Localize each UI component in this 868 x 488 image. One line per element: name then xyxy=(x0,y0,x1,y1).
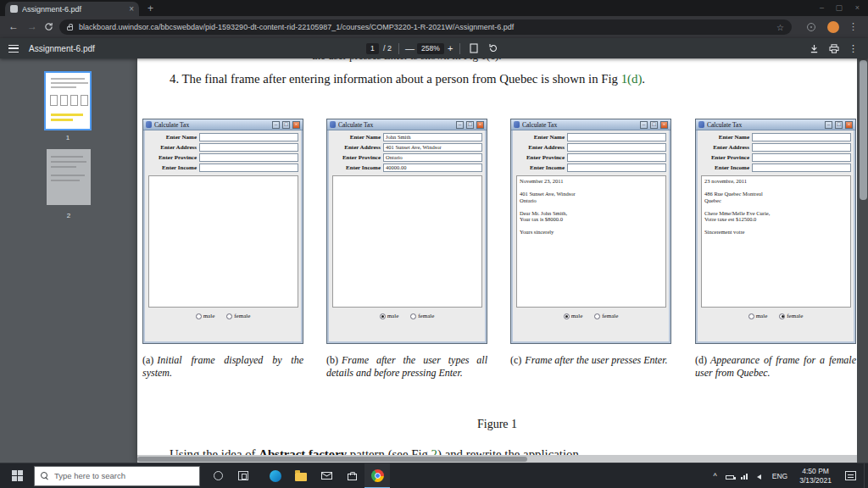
thumbnail-page-2[interactable] xyxy=(47,149,91,205)
province-input[interactable] xyxy=(752,153,851,162)
female-radio[interactable]: female xyxy=(410,313,434,319)
province-input[interactable]: Ontario xyxy=(383,153,482,162)
taskbar-clock[interactable]: 4:50 PM 3/13/2021 xyxy=(793,467,837,485)
extensions-icon[interactable] xyxy=(807,23,815,31)
address-input[interactable] xyxy=(199,143,298,152)
male-radio-circle xyxy=(748,313,754,319)
tab-close-icon[interactable]: × xyxy=(129,5,134,14)
income-input[interactable]: 40000.00 xyxy=(383,164,482,172)
male-radio[interactable]: male xyxy=(380,313,399,319)
page-number-input[interactable]: 1 xyxy=(366,38,379,58)
pdf-menu-icon[interactable] xyxy=(8,38,19,58)
fit-page-icon[interactable] xyxy=(470,38,478,58)
window-title-bar[interactable]: Calculate Tax – □ × xyxy=(327,119,487,130)
name-input[interactable] xyxy=(567,133,666,141)
province-input[interactable] xyxy=(567,153,666,162)
name-label: Enter Name xyxy=(696,134,752,141)
name-input[interactable] xyxy=(752,133,851,141)
maximize-icon[interactable]: □ xyxy=(466,121,474,129)
volume-button[interactable] xyxy=(752,463,766,488)
back-icon[interactable]: ← xyxy=(8,21,19,32)
maximize-icon[interactable]: □ xyxy=(650,121,658,129)
male-radio[interactable]: male xyxy=(196,313,215,319)
maximize-icon[interactable]: □ xyxy=(282,121,290,129)
horizontal-scrollbar-thumb[interactable] xyxy=(137,457,527,462)
url-text[interactable]: blackboard.uwindsor.ca/bbcswebdav/pid-15… xyxy=(79,23,771,31)
window-close-button[interactable]: × xyxy=(855,3,860,12)
edge-button[interactable] xyxy=(263,463,288,488)
address-input[interactable] xyxy=(567,143,666,152)
vertical-scrollbar[interactable] xyxy=(858,58,868,463)
battery-button[interactable] xyxy=(723,463,737,488)
minimize-icon[interactable]: – xyxy=(825,121,832,129)
letter-output[interactable]: November 23, 2011 401 Sunset Ave, Windso… xyxy=(516,175,666,308)
chrome-button[interactable] xyxy=(364,463,390,488)
window-minimize-button[interactable]: – xyxy=(820,3,824,12)
female-radio[interactable]: female xyxy=(226,313,250,319)
name-input[interactable] xyxy=(199,133,298,141)
horizontal-scrollbar[interactable] xyxy=(137,455,857,463)
task-view-button[interactable] xyxy=(231,463,256,488)
rotate-icon[interactable] xyxy=(488,38,498,58)
female-radio[interactable]: female xyxy=(779,313,803,319)
language-indicator[interactable]: ENG xyxy=(766,472,793,480)
show-desktop-button[interactable] xyxy=(864,463,868,488)
maximize-icon[interactable]: □ xyxy=(835,121,843,129)
close-icon[interactable]: × xyxy=(292,121,300,129)
close-icon[interactable]: × xyxy=(476,121,484,129)
store-button[interactable] xyxy=(339,463,364,488)
network-button[interactable] xyxy=(737,463,752,488)
download-icon[interactable] xyxy=(810,38,819,58)
fig-1d-link[interactable]: 1(d) xyxy=(621,72,643,86)
minimize-icon[interactable]: – xyxy=(272,121,280,129)
female-radio[interactable]: female xyxy=(594,313,618,319)
address-input[interactable] xyxy=(752,143,851,152)
window-title-bar[interactable]: Calculate Tax – □ × xyxy=(696,119,855,130)
close-icon[interactable]: × xyxy=(660,121,668,129)
vertical-scrollbar-thumb[interactable] xyxy=(860,60,867,200)
bookmark-star-icon[interactable]: ☆ xyxy=(776,23,784,32)
mail-button[interactable] xyxy=(314,463,339,488)
male-radio[interactable]: male xyxy=(748,313,768,319)
address-bar[interactable]: blackboard.uwindsor.ca/bbcswebdav/pid-15… xyxy=(59,19,792,35)
minimize-icon[interactable]: – xyxy=(456,121,464,129)
browser-tab[interactable]: Assignment-6.pdf × xyxy=(5,2,139,16)
gender-radio-group: male female xyxy=(511,313,670,319)
zoom-in-icon[interactable]: + xyxy=(448,38,453,58)
print-icon[interactable] xyxy=(829,38,839,58)
letter-output[interactable]: 23 novembre, 2011 486 Rue Quebec Montrea… xyxy=(701,175,851,308)
address-input[interactable]: 401 Sunset Ave, Windsor xyxy=(383,143,482,152)
pdf-toolbar: Assignment-6.pdf 1 / 2 — 258% + ⋮ xyxy=(0,38,868,58)
thumbnail-page-1[interactable] xyxy=(44,71,92,130)
window-title-bar[interactable]: Calculate Tax – □ × xyxy=(143,119,303,130)
income-label: Enter Income xyxy=(143,164,199,171)
male-radio[interactable]: male xyxy=(564,313,583,319)
letter-output[interactable] xyxy=(332,175,482,308)
income-input[interactable] xyxy=(199,164,298,172)
letter-output[interactable] xyxy=(148,175,298,308)
forward-icon[interactable]: → xyxy=(27,21,37,32)
province-input[interactable] xyxy=(199,153,298,162)
start-button[interactable] xyxy=(0,463,34,488)
close-icon[interactable]: × xyxy=(845,121,853,129)
pdf-more-icon[interactable]: ⋮ xyxy=(849,38,858,58)
java-icon xyxy=(330,121,336,128)
minimize-icon[interactable]: – xyxy=(640,121,648,129)
taskbar-search[interactable] xyxy=(34,466,200,486)
cortana-button[interactable] xyxy=(205,463,231,488)
income-input[interactable] xyxy=(567,164,666,172)
file-explorer-button[interactable] xyxy=(288,463,314,488)
zoom-out-icon[interactable]: — xyxy=(405,38,415,58)
zoom-level[interactable]: 258% xyxy=(417,38,444,58)
reload-icon[interactable] xyxy=(44,22,53,31)
browser-menu-icon[interactable]: ⋮ xyxy=(849,21,858,32)
profile-avatar[interactable] xyxy=(827,21,839,33)
window-title-bar[interactable]: Calculate Tax – □ × xyxy=(511,119,670,130)
income-input[interactable] xyxy=(752,164,851,172)
window-maximize-button[interactable]: ▢ xyxy=(835,3,843,12)
action-center-icon[interactable] xyxy=(845,471,856,480)
tray-chevron-icon[interactable]: ^ xyxy=(708,472,723,480)
name-input[interactable]: John Smith xyxy=(383,133,482,141)
search-input[interactable] xyxy=(54,471,181,480)
new-tab-button[interactable]: + xyxy=(147,3,153,14)
